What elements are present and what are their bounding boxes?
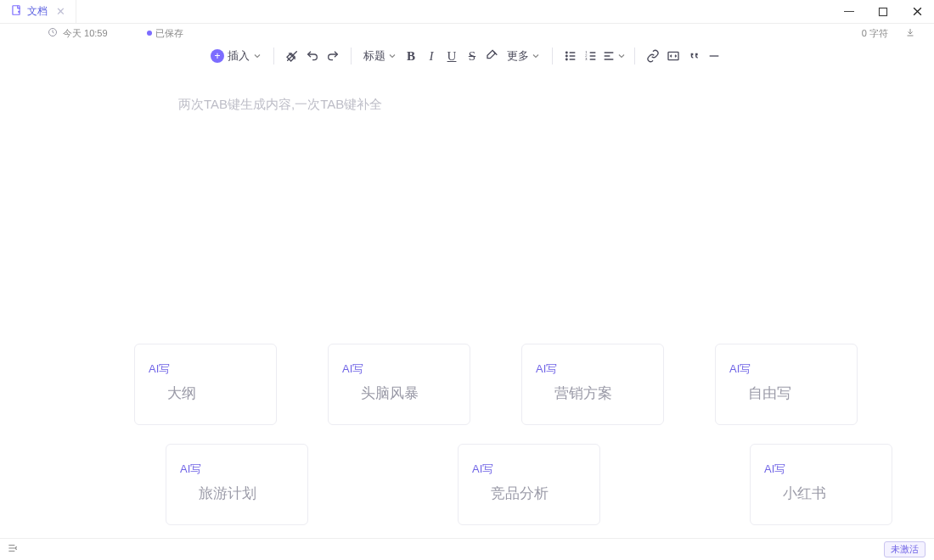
- ai-tag-label: AI写: [729, 361, 843, 377]
- ai-tag-label: AI写: [342, 361, 456, 377]
- strikethrough-button[interactable]: S: [463, 46, 481, 66]
- ai-card-title: 自由写: [729, 377, 843, 403]
- underline-button[interactable]: U: [442, 46, 461, 66]
- svg-point-3: [566, 52, 568, 53]
- italic-button[interactable]: I: [422, 46, 441, 66]
- chevron-down-icon: [532, 50, 540, 63]
- ai-card-title: 头脑风暴: [342, 377, 456, 403]
- ai-card-competitor[interactable]: AI写 竞品分析: [458, 444, 600, 525]
- document-tab-label: 文档: [27, 4, 48, 19]
- document-icon: [10, 4, 22, 20]
- insert-button[interactable]: + 插入: [211, 48, 265, 64]
- svg-text:3: 3: [585, 57, 588, 61]
- more-format-dropdown[interactable]: 更多: [504, 46, 543, 66]
- ai-tag-label: AI写: [149, 361, 262, 377]
- quote-button[interactable]: [684, 46, 703, 66]
- timestamp-label: 今天 10:59: [63, 27, 108, 40]
- ai-tag-label: AI写: [180, 462, 294, 477]
- download-icon[interactable]: [905, 27, 915, 39]
- clock-icon: [48, 27, 58, 39]
- divider-button[interactable]: [705, 46, 723, 66]
- ai-tag-label: AI写: [536, 361, 650, 377]
- editor-placeholder: 两次TAB键生成内容,一次TAB键补全: [178, 97, 382, 111]
- ai-card-title: 大纲: [149, 377, 262, 403]
- insert-label: 插入: [228, 48, 250, 64]
- code-block-button[interactable]: [664, 46, 683, 66]
- chevron-down-icon: [388, 50, 397, 63]
- ai-card-title: 竞品分析: [472, 477, 586, 503]
- char-count-label: 0 字符: [862, 27, 888, 40]
- editor-toolbar: + 插入 标题 B I U S: [207, 46, 727, 66]
- ai-card-marketing[interactable]: AI写 营销方案: [521, 344, 664, 425]
- svg-point-5: [566, 59, 568, 60]
- redo-button[interactable]: [324, 46, 342, 66]
- heading-dropdown[interactable]: 标题: [360, 46, 400, 66]
- svg-point-4: [566, 55, 568, 57]
- highlight-button[interactable]: [483, 46, 502, 66]
- more-label: 更多: [507, 48, 529, 64]
- close-tab-button[interactable]: ✕: [56, 6, 65, 17]
- document-tab[interactable]: 文档 ✕: [0, 0, 76, 23]
- ai-card-freewrite[interactable]: AI写 自由写: [715, 344, 858, 425]
- undo-button[interactable]: [303, 46, 322, 66]
- window-close-button[interactable]: [900, 0, 934, 23]
- saved-status-label: 已保存: [155, 27, 183, 40]
- chevron-down-icon: [253, 50, 262, 63]
- bullet-list-button[interactable]: [561, 46, 580, 66]
- ai-card-travel[interactable]: AI写 旅游计划: [166, 444, 308, 525]
- svg-rect-1: [880, 8, 887, 15]
- ai-card-outline[interactable]: AI写 大纲: [134, 344, 277, 425]
- bold-button[interactable]: B: [402, 46, 420, 66]
- window-maximize-button[interactable]: [866, 0, 900, 23]
- align-dropdown[interactable]: [602, 46, 626, 66]
- editor-area[interactable]: 两次TAB键生成内容,一次TAB键补全: [0, 73, 934, 113]
- chevron-down-icon: [617, 48, 626, 64]
- ai-tag-label: AI写: [472, 462, 586, 477]
- ai-card-title: 小红书: [764, 477, 878, 503]
- activation-badge[interactable]: 未激活: [884, 541, 926, 557]
- ai-card-title: 营销方案: [536, 377, 650, 403]
- ai-card-brainstorm[interactable]: AI写 头脑风暴: [328, 344, 470, 425]
- link-button[interactable]: [644, 46, 662, 66]
- clear-format-button[interactable]: [283, 46, 301, 66]
- svg-rect-0: [13, 5, 20, 14]
- ai-card-title: 旅游计划: [180, 477, 294, 503]
- ai-tag-label: AI写: [764, 462, 878, 477]
- window-minimize-button[interactable]: [832, 0, 866, 23]
- ai-card-xiaohongshu[interactable]: AI写 小红书: [750, 444, 892, 525]
- outline-toggle-button[interactable]: [7, 542, 19, 557]
- plus-circle-icon: +: [211, 49, 224, 63]
- numbered-list-button[interactable]: 123: [582, 46, 600, 66]
- heading-label: 标题: [363, 48, 385, 64]
- saved-dot-icon: [147, 31, 152, 36]
